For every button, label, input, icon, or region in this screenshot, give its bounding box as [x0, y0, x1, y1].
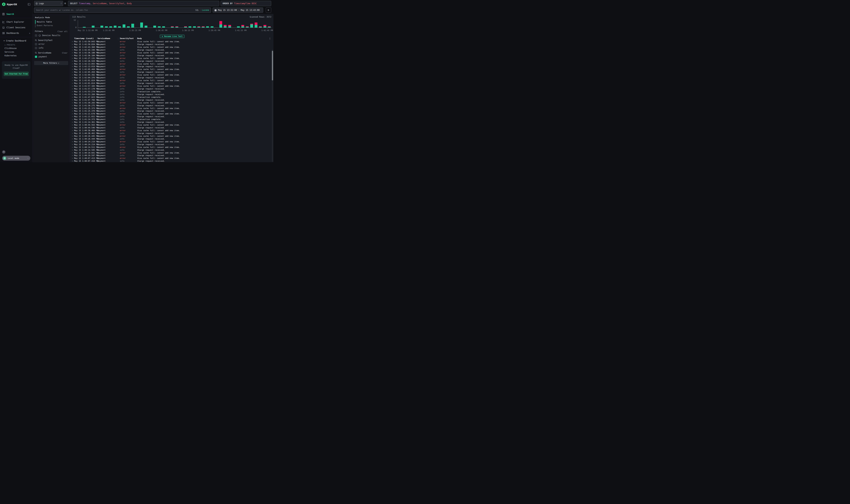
histogram-bar-ok[interactable]: [140, 22, 143, 28]
table-row[interactable]: >May 15 1:41:21.678 PMpaymenterrorVisa c…: [70, 112, 271, 115]
histogram-bar-error[interactable]: [250, 24, 253, 24]
table-row[interactable]: >May 15 1:40:26.444 PMpaymentinfoCharge …: [70, 138, 271, 140]
column-header-timestamp[interactable]: Timestamp (Local): [74, 37, 94, 40]
table-row[interactable]: >May 15 1:42:26.920 PMpaymentinfoCharge …: [70, 60, 271, 62]
table-row[interactable]: >May 15 1:41:53.274 PMpaymentinfoTransac…: [70, 90, 271, 93]
table-row[interactable]: >May 15 1:42:05.450 PMpaymentinfoCharge …: [70, 71, 271, 74]
order-by-input[interactable]: ORDER BY TimestampTime DESC: [221, 1, 271, 6]
filter-option-info[interactable]: info: [34, 46, 68, 50]
denoise-checkbox-row[interactable]: Denoise Results: [34, 34, 68, 37]
table-row[interactable]: >May 15 1:40:44.546 PMpaymentinfoCharge …: [70, 126, 271, 129]
table-row[interactable]: >May 15 1:42:50.843 PMpaymenterrorVisa c…: [70, 40, 271, 43]
histogram-bar-error[interactable]: [241, 25, 244, 26]
denoise-checkbox[interactable]: [35, 34, 37, 37]
table-row[interactable]: >May 15 1:42:43.360 PMpaymenterrorVisa c…: [70, 46, 271, 49]
table-row[interactable]: >May 15 1:40:14.505 PMpaymentinfoCharge …: [70, 149, 271, 151]
clear-service-filter-button[interactable]: Clear: [62, 52, 68, 54]
filter-option-payment[interactable]: ✓ payment: [34, 55, 68, 59]
sidebar-item-client-sessions[interactable]: Client Sessions: [0, 25, 33, 30]
preset-item-kubernetes[interactable]: Kubernetes: [0, 54, 33, 57]
histogram-bar-ok[interactable]: [193, 26, 196, 28]
histogram-bar-ok[interactable]: [101, 25, 103, 28]
histogram-bar-ok[interactable]: [92, 25, 94, 28]
table-row[interactable]: >May 15 1:42:13.019 PMpaymentinfoCharge …: [70, 65, 271, 68]
histogram-bar-ok[interactable]: [162, 26, 165, 28]
table-row[interactable]: >May 15 1:41:30.283 PMpaymenterrorVisa c…: [70, 102, 271, 104]
histogram-bar-ok[interactable]: [153, 25, 156, 28]
gear-icon[interactable]: ⚙: [64, 2, 66, 5]
clear-all-button[interactable]: Clear all: [57, 30, 68, 33]
local-mode-button[interactable]: U Local mode ›: [2, 156, 30, 161]
preset-item-clickhouse[interactable]: Clickhouse: [0, 47, 33, 50]
more-filters-button[interactable]: More filters∨: [34, 61, 68, 65]
results-histogram[interactable]: 12 0 May 15 1:32:00 PM1:33:45 PM1:35:15 …: [78, 20, 272, 28]
table-row[interactable]: >May 15 1:41:25.373 PMpaymenterrorVisa c…: [70, 107, 271, 110]
histogram-bar-ok[interactable]: [202, 27, 204, 28]
histogram-bar-ok[interactable]: [241, 26, 244, 28]
histogram-bar-ok[interactable]: [255, 25, 257, 28]
histogram-bar-ok[interactable]: [109, 26, 112, 28]
column-header-body[interactable]: Body: [137, 37, 142, 40]
error-checkbox[interactable]: [35, 43, 37, 46]
select-query-input[interactable]: SELECT Timestamp, ServiceName, SeverityT…: [68, 1, 219, 6]
date-range-picker[interactable]: May 15 13:32:00 - May 15 13:43:00: [213, 7, 263, 13]
histogram-bar-ok[interactable]: [145, 25, 147, 28]
table-row[interactable]: >May 15 1:42:27.131 PMpaymenterrorVisa c…: [70, 57, 271, 60]
preset-item-services[interactable]: Services: [0, 50, 33, 54]
run-query-button[interactable]: [266, 7, 271, 13]
search-input[interactable]: Search your events w/ Lucene ex. column:…: [34, 7, 211, 13]
histogram-bar-ok[interactable]: [127, 26, 130, 28]
table-row[interactable]: >May 15 1:40:10.601 PMpaymenterrorVisa c…: [70, 151, 271, 154]
histogram-bar-ok[interactable]: [123, 24, 125, 28]
sidebar-collapse-icon[interactable]: [28, 3, 30, 5]
histogram-bar-error[interactable]: [219, 21, 222, 24]
histogram-bar-ok[interactable]: [197, 27, 200, 28]
histogram-bar-error[interactable]: [184, 26, 187, 27]
lang-sql-toggle[interactable]: SQL: [195, 9, 199, 11]
histogram-bar-error[interactable]: [255, 22, 257, 25]
histogram-bar-ok[interactable]: [176, 27, 178, 28]
table-row[interactable]: >May 15 1:42:36.188 PMpaymenterrorVisa c…: [70, 51, 271, 54]
table-row[interactable]: >May 15 1:40:24.219 PMpaymenterrorVisa c…: [70, 140, 271, 143]
info-checkbox[interactable]: [35, 47, 37, 49]
histogram-bar-ok[interactable]: [264, 26, 266, 28]
histogram-bar-error[interactable]: [268, 26, 271, 27]
table-row[interactable]: >May 15 1:40:44.563 PMpaymenterrorVisa c…: [70, 124, 271, 126]
histogram-bar-error[interactable]: [202, 26, 204, 27]
sidebar-item-search[interactable]: Search: [0, 11, 33, 17]
column-resize-handle[interactable]: [136, 38, 137, 40]
histogram-bar-error[interactable]: [259, 26, 262, 27]
table-row[interactable]: >May 15 1:41:14.373 PMpaymentinfoTransac…: [70, 118, 271, 121]
help-button[interactable]: ?: [2, 150, 5, 154]
table-menu-icon[interactable]: ⋮: [269, 37, 271, 40]
table-row[interactable]: >May 15 1:41:25.370 PMpaymentinfoCharge …: [70, 110, 271, 112]
column-header-severitytext[interactable]: SeverityText: [120, 37, 133, 40]
histogram-bar-error[interactable]: [176, 26, 178, 27]
histogram-bar-ok[interactable]: [114, 25, 116, 28]
histogram-bar-error[interactable]: [224, 25, 227, 26]
table-row[interactable]: >May 15 1:41:53.260 PMpaymentinfoCharge …: [70, 93, 271, 96]
table-row[interactable]: >May 15 1:40:07.410 PMpaymentinfoCharge …: [70, 160, 271, 162]
column-resize-handle[interactable]: [96, 38, 97, 40]
create-dashboard-button[interactable]: + Create Dashboard: [0, 38, 33, 43]
table-row[interactable]: >May 15 1:41:47.766 PMpaymentinfoCharge …: [70, 99, 271, 102]
table-row[interactable]: >May 15 1:41:57.178 PMpaymentinfoCharge …: [70, 88, 271, 90]
histogram-bar-error[interactable]: [264, 25, 266, 26]
table-row[interactable]: >May 15 1:41:30.275 PMpaymentinfoCharge …: [70, 104, 271, 107]
sidebar-item-dashboards[interactable]: Dashboards ∧: [0, 30, 33, 36]
table-row[interactable]: >May 15 1:41:14.361 PMpaymentinfoCharge …: [70, 121, 271, 124]
sidebar-item-chart-explorer[interactable]: Chart Explorer: [0, 19, 33, 25]
histogram-bar-ok[interactable]: [268, 27, 271, 28]
payment-checkbox[interactable]: ✓: [35, 56, 37, 58]
table-row[interactable]: >May 15 1:40:26.445 PMpaymenterrorVisa c…: [70, 135, 271, 138]
histogram-bar-error[interactable]: [171, 26, 174, 27]
histogram-bar-error[interactable]: [228, 25, 231, 26]
table-row[interactable]: >May 15 1:42:43.336 PMpaymentinfoCharge …: [70, 49, 271, 51]
histogram-bar-ok[interactable]: [158, 26, 161, 28]
table-row[interactable]: >May 15 1:42:04.376 PMpaymentinfoCharge …: [70, 76, 271, 79]
histogram-bar-ok[interactable]: [228, 26, 231, 28]
histogram-bar-ok[interactable]: [188, 26, 191, 28]
mode-event-patterns[interactable]: Event Patterns: [34, 24, 68, 28]
histogram-bar-ok[interactable]: [237, 26, 240, 28]
histogram-bar-ok[interactable]: [211, 26, 214, 28]
